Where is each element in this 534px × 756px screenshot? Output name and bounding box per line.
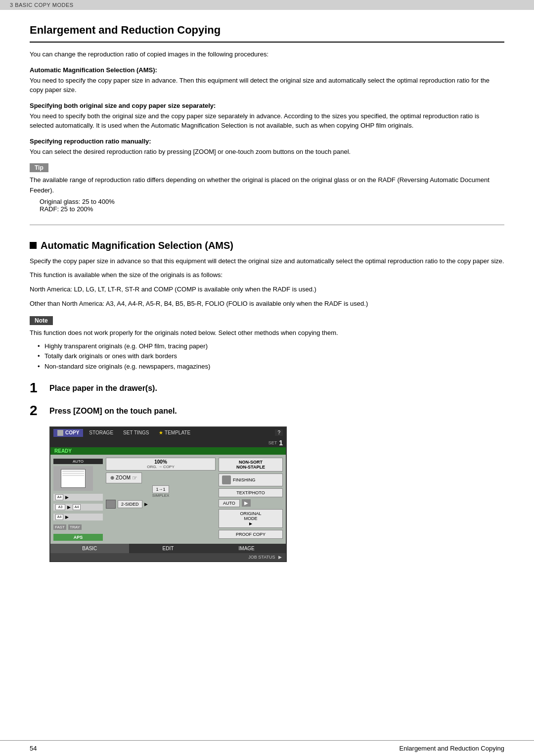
ui-twosided-icon	[106, 500, 116, 509]
ams-section-title: Automatic Magnification Selection (AMS)	[30, 240, 504, 251]
ui-auto-row: AUTO ▶	[219, 499, 283, 507]
ui-tray-label: TRAY	[68, 524, 82, 530]
ui-screenshot: COPY STORAGE SET TINGS ★ TEMPLATE ? SET …	[49, 426, 287, 562]
page-footer: 54 Enlargement and Reduction Copying	[0, 740, 534, 756]
ui-size-a4-row: A4 ▶	[53, 494, 103, 501]
ui-jobstatus-bar[interactable]: JOB STATUS ▶	[50, 553, 286, 561]
ui-twosided-arrow: ▶	[144, 502, 148, 507]
ui-top-bar: COPY STORAGE SET TINGS ★ TEMPLATE ?	[50, 427, 286, 438]
ui-size-icon-4: A4	[55, 514, 63, 520]
ui-twosided-row: 2-SIDED ▶	[106, 500, 216, 509]
note-box: Note This function does not work properl…	[30, 316, 504, 372]
ui-ratio-box: 100% ORG. → COPY	[106, 458, 216, 471]
ui-image-tab[interactable]: IMAGE	[207, 544, 286, 553]
step-1: 1 Place paper in the drawer(s).	[30, 381, 504, 395]
step-2: 2 Press [ZOOM] on the touch panel.	[30, 404, 504, 418]
ams-para2: This function is available when the size…	[30, 270, 504, 281]
main-content: Enlargement and Reduction Copying You ca…	[0, 10, 534, 592]
page-title: Enlargement and Reduction Copying	[30, 24, 504, 37]
section-divider	[30, 225, 504, 225]
tip-line2: RADF: 25 to 200%	[40, 205, 504, 213]
ui-zoom-button[interactable]: ⊕ ZOOM ☞	[106, 472, 142, 483]
ams-title-text: Automatic Magnification Selection (AMS)	[41, 240, 233, 251]
ams-para3: North America: LD, LG, LT, LT-R, ST-R an…	[30, 284, 504, 295]
breadcrumb-text: 3 BASIC COPY MODES	[10, 2, 74, 8]
ui-scanner-icon	[53, 466, 93, 491]
tip-box: Tip The available range of reproduction …	[30, 163, 504, 213]
ams-para4: Other than North America: A3, A4, A4-R, …	[30, 299, 504, 309]
ui-bottom-tabs: BASIC EDIT IMAGE	[50, 544, 286, 553]
ui-arrow-icon-1: ▶	[65, 495, 69, 500]
ui-settings-tab[interactable]: SET TINGS	[119, 429, 153, 436]
black-square-icon	[30, 242, 37, 249]
tip-line1: Original glass: 25 to 400%	[40, 198, 504, 205]
footer-page-number: 54	[30, 745, 37, 752]
step-1-number: 1	[30, 381, 47, 395]
ui-proofcopy-button[interactable]: PROOF COPY	[219, 530, 283, 539]
ui-ratio-top: 100%	[109, 459, 212, 465]
ui-zoom-row: ⊕ ZOOM ☞	[106, 472, 216, 483]
ui-auto-badge: AUTO	[53, 459, 103, 464]
intro-text: You can change the reproduction ratio of…	[30, 49, 504, 59]
footer-title: Enlargement and Reduction Copying	[400, 745, 504, 752]
ui-edit-tab[interactable]: EDIT	[129, 544, 208, 553]
manual-subtext: You can select the desired reproduction …	[30, 147, 504, 157]
ui-ready-bar: READY	[50, 447, 286, 455]
ui-copy-icon	[57, 430, 63, 436]
note-bullet-2: Totally dark originals or ones with dark…	[38, 351, 504, 362]
ui-paper-sheet	[61, 469, 86, 488]
ui-textphoto-button[interactable]: TEXT/PHOTO	[219, 488, 283, 497]
ui-storage-tab[interactable]: STORAGE	[85, 429, 117, 436]
ui-help-button[interactable]: ?	[275, 429, 283, 436]
ui-zoom-label: ZOOM	[116, 475, 131, 480]
ui-center-panel: 100% ORG. → COPY ⊕ ZOOM ☞ 1→1 SI	[106, 458, 216, 541]
step-2-number: 2	[30, 404, 47, 418]
ui-copy-button: COPY	[53, 429, 83, 437]
ui-set-row: SET 1	[50, 438, 286, 447]
ui-twosided-button[interactable]: 2-SIDED	[118, 500, 142, 508]
both-subtext: You need to specify both the original si…	[30, 111, 504, 131]
step-2-text: Press [ZOOM] on the touch panel.	[49, 406, 177, 417]
ui-template-tab[interactable]: ★ TEMPLATE	[155, 429, 194, 436]
ui-origmode-button[interactable]: ORIGINAL MODE ▶	[219, 509, 283, 528]
ui-size-icon-1: A4	[55, 494, 63, 500]
note-content: This function does not work properly for…	[30, 328, 504, 338]
ui-finishing-icon	[222, 475, 231, 484]
ui-set-label: SET	[268, 440, 277, 445]
step-1-text: Place paper in the drawer(s).	[49, 383, 157, 394]
ui-auto-button[interactable]: AUTO	[219, 499, 240, 507]
ui-set-number: 1	[279, 439, 283, 447]
ui-arrow-icon-2: ▶	[67, 505, 71, 510]
ui-ratio-sub: ORG. → COPY	[109, 465, 212, 469]
ui-left-panel: AUTO A4 ▶ A3 ▶	[53, 458, 103, 541]
title-divider	[30, 42, 504, 43]
ui-fast-label: FAST	[53, 524, 66, 530]
both-subheading: Specifying both original size and copy p…	[30, 102, 504, 109]
ui-zoom-cursor-icon: ☞	[132, 474, 137, 481]
ui-size-a4b-row: A4 ▶	[53, 514, 103, 520]
ams-para1: Specify the copy paper size in advance s…	[30, 256, 504, 267]
ui-main-area: AUTO A4 ▶ A3 ▶	[50, 455, 286, 544]
note-bullet-3: Non-standard size originals (e.g. newspa…	[38, 362, 504, 372]
ui-basic-tab[interactable]: BASIC	[50, 544, 129, 553]
manual-subheading: Specifying reproduction ratio manually:	[30, 138, 504, 145]
ui-zoom-icon: ⊕	[110, 475, 114, 480]
ui-size-icon-3: A4	[73, 504, 81, 510]
ui-copy-label: COPY	[65, 430, 79, 435]
ui-size-icon-2: A3	[55, 504, 65, 510]
note-bullet-1: Highly transparent originals (e.g. OHP f…	[38, 341, 504, 352]
tip-label: Tip	[30, 163, 48, 172]
ui-finishing-button[interactable]: FINISHING	[219, 473, 283, 486]
ui-fast-tray-row: FAST TRAY	[53, 524, 103, 530]
ui-arrow-icon-3: ▶	[65, 515, 69, 520]
ui-nonsort-button[interactable]: NON-SORT NON-STAPLE	[219, 458, 283, 472]
ams-subheading: Automatic Magnification Selection (AMS):	[30, 66, 504, 74]
note-bullet-list: Highly transparent originals (e.g. OHP f…	[30, 341, 504, 372]
ams-subtext: You need to specify the copy paper size …	[30, 76, 504, 95]
ui-simplex-button[interactable]: 1→1	[152, 485, 169, 493]
ui-arrow-button[interactable]: ▶	[242, 499, 251, 507]
tip-content: The available range of reproduction rati…	[30, 175, 504, 196]
ui-simplex-area: 1→1 SIMPLEX	[106, 485, 216, 498]
ui-size-a3-row: A3 ▶ A4	[53, 504, 103, 511]
ui-aps-button[interactable]: APS	[53, 534, 103, 541]
